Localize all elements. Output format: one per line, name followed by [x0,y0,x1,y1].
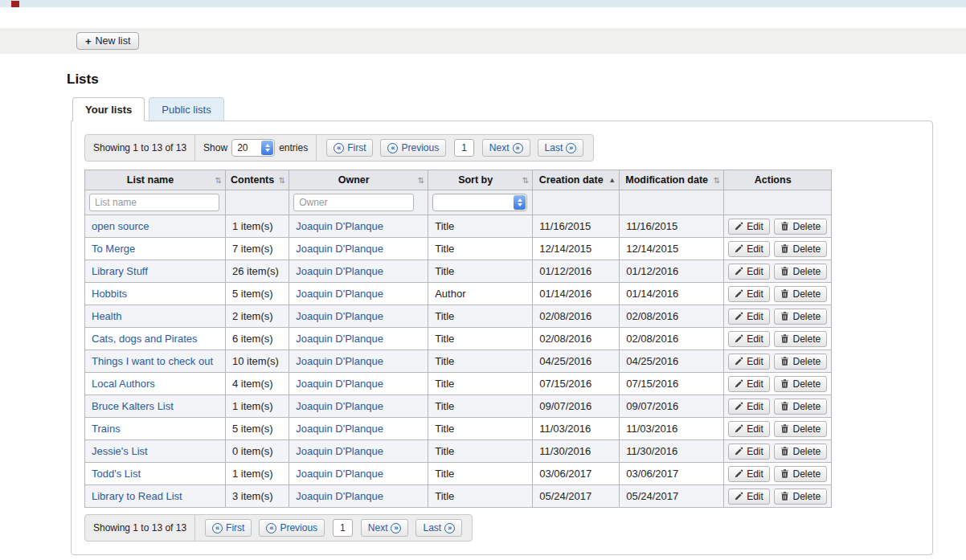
delete-button[interactable]: Delete [774,444,827,460]
trash-icon [780,379,789,388]
list-name-link[interactable]: Hobbits [92,288,127,300]
edit-button-label: Edit [747,356,763,367]
list-name-link[interactable]: open source [92,220,149,232]
owner-link[interactable]: Joaquin D'Planque [296,333,383,345]
next-page-button[interactable]: Next » [482,139,530,157]
list-name-link[interactable]: Health [92,310,122,322]
pencil-icon [735,447,743,456]
previous-page-button[interactable]: « Previous [259,519,325,537]
next-page-button[interactable]: Next » [361,519,409,537]
list-name-link[interactable]: Trains [92,423,121,435]
list-name-link[interactable]: Jessie's List [92,445,148,457]
owner-link[interactable]: Joaquin D'Planque [296,490,383,502]
page-size-select[interactable]: 20 [231,139,275,157]
edit-button[interactable]: Edit [728,286,770,302]
list-name-link[interactable]: Todd's List [92,468,141,480]
list-name-link[interactable]: Things I want to check out [92,355,213,367]
column-header-owner[interactable]: Owner ⇅ [289,170,428,190]
owner-link[interactable]: Joaquin D'Planque [296,355,383,367]
edit-button[interactable]: Edit [728,331,770,347]
edit-button[interactable]: Edit [728,421,770,437]
tab-public-lists[interactable]: Public lists [149,97,223,121]
last-page-button[interactable]: Last » [538,139,584,157]
list-name-link[interactable]: Bruce Kalters List [92,400,174,412]
first-page-button[interactable]: « First [205,519,252,537]
first-page-button[interactable]: « First [326,139,373,157]
previous-page-icon: « [387,143,398,153]
owner-link[interactable]: Joaquin D'Planque [296,378,383,390]
list-name-link[interactable]: Library Stuff [92,265,148,277]
owner-link[interactable]: Joaquin D'Planque [296,288,383,300]
delete-button[interactable]: Delete [774,241,827,257]
delete-button[interactable]: Delete [774,466,827,482]
tab-your-lists[interactable]: Your lists [72,97,145,121]
column-header-list-name[interactable]: List name ⇅ [85,170,226,190]
delete-button[interactable]: Delete [774,309,827,325]
current-page-button[interactable]: 1 [454,139,474,157]
trash-icon [780,402,789,411]
page-title: Lists [67,72,966,88]
delete-button[interactable]: Delete [774,264,827,280]
column-header-contents[interactable]: Contents ⇅ [226,170,289,190]
edit-button[interactable]: Edit [728,444,770,460]
column-header-modification-date[interactable]: Modification date ⇅ [620,170,724,190]
list-name-filter-input[interactable] [89,194,219,211]
tab-your-lists-label: Your lists [85,104,132,116]
owner-filter-input[interactable] [293,194,414,211]
owner-link[interactable]: Joaquin D'Planque [296,220,383,232]
creation-date-cell: 02/08/2016 [533,305,620,328]
delete-button[interactable]: Delete [774,421,827,437]
first-page-icon: « [334,143,344,153]
list-name-link[interactable]: Local Authors [92,378,155,390]
delete-button[interactable]: Delete [774,399,827,415]
trash-icon [780,244,789,253]
modification-date-cell: 12/14/2015 [620,238,724,260]
table-row: Things I want to check out 10 item(s) Jo… [85,350,832,373]
owner-link[interactable]: Joaquin D'Planque [296,468,383,480]
delete-button[interactable]: Delete [774,376,827,392]
edit-button[interactable]: Edit [728,376,770,392]
last-page-button[interactable]: Last » [415,519,462,537]
creation-date-cell: 09/07/2016 [533,395,620,418]
contents-cell: 5 item(s) [226,283,289,305]
edit-button[interactable]: Edit [728,488,770,505]
table-row: Library to Read List 3 item(s) Joaquin D… [85,485,832,508]
edit-button[interactable]: Edit [728,219,770,235]
delete-button[interactable]: Delete [774,488,827,505]
modification-date-cell: 07/15/2016 [620,373,724,395]
edit-button[interactable]: Edit [728,309,770,325]
column-label: Creation date [539,174,604,186]
delete-button[interactable]: Delete [774,354,827,370]
owner-link[interactable]: Joaquin D'Planque [296,265,383,277]
sort-by-filter-select[interactable] [432,194,527,211]
creation-date-cell: 01/14/2016 [533,283,620,305]
modification-date-cell: 04/25/2016 [620,350,724,373]
creation-date-cell: 05/24/2017 [533,485,620,508]
edit-button[interactable]: Edit [728,466,770,482]
delete-button[interactable]: Delete [774,219,827,235]
edit-button[interactable]: Edit [728,241,770,257]
owner-link[interactable]: Joaquin D'Planque [296,423,383,435]
new-list-button[interactable]: + New list [76,32,139,50]
owner-link[interactable]: Joaquin D'Planque [296,445,383,457]
edit-button[interactable]: Edit [728,354,770,370]
table-row: Todd's List 1 item(s) Joaquin D'Planque … [85,463,832,485]
edit-button[interactable]: Edit [728,399,770,415]
owner-link[interactable]: Joaquin D'Planque [296,400,383,412]
column-header-sort-by[interactable]: Sort by ⇅ [428,170,533,190]
edit-button[interactable]: Edit [728,264,770,280]
owner-link[interactable]: Joaquin D'Planque [296,310,383,322]
current-page-button[interactable]: 1 [333,519,353,537]
list-name-link[interactable]: Cats, dogs and Pirates [92,333,198,345]
column-header-creation-date[interactable]: Creation date ▲ [533,170,620,190]
delete-button-label: Delete [792,401,821,412]
delete-button[interactable]: Delete [774,286,827,302]
owner-link[interactable]: Joaquin D'Planque [296,243,383,255]
list-name-link[interactable]: Library to Read List [92,490,182,502]
trash-icon [780,289,789,298]
previous-page-button[interactable]: « Previous [380,139,446,157]
list-name-link[interactable]: To Merge [92,243,135,255]
delete-button[interactable]: Delete [774,331,827,347]
delete-button-label: Delete [792,243,821,255]
toolbar: + New list [0,28,966,54]
